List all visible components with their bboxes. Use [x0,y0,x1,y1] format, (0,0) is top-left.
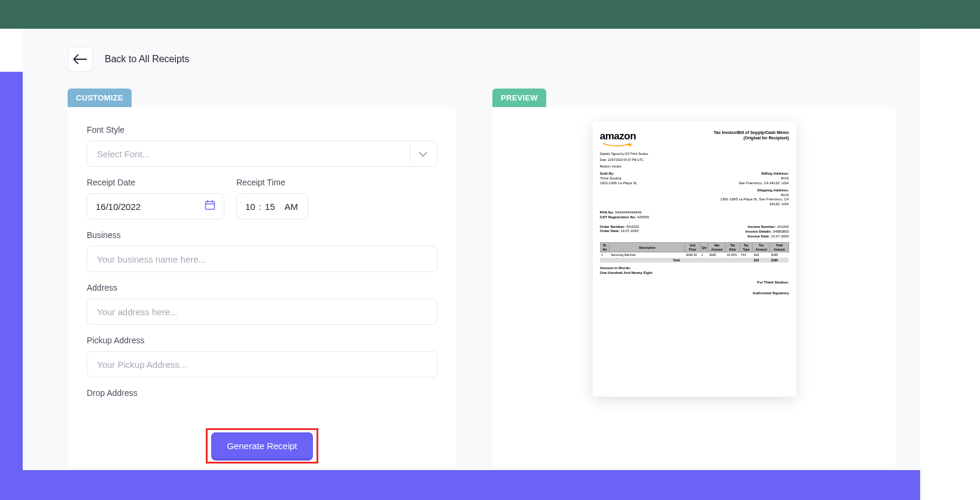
invoice-no-label: Invoice Number: [748,225,776,228]
receipt-date-value: 16/10/2022 [96,202,197,212]
sig-line-1: Digitally Signed by DS Think Studios [600,152,649,156]
ship-name: RON [720,193,789,198]
amazon-smile-icon [600,143,636,148]
auth-sig: Authorized Signatory [600,291,789,296]
business-label: Business [87,230,437,240]
table-row: 1 Samsung Machine $180.00 1 $180 10.00% … [600,252,789,258]
bill-name: RON [720,176,789,181]
generate-receipt-button[interactable]: Generate Receipt [211,432,313,459]
for-label: For Think Studios: [600,281,789,285]
time-ampm: AM [285,202,299,212]
gst-label: GST Registration No: [600,215,637,219]
app-canvas: Back to All Receipts CUSTOMIZE Font Styl… [23,29,920,470]
sold-by-label: Sold By: [600,172,638,176]
receipt-subtitle: (Original for Recipient) [714,135,789,141]
receipt-title: Tax Invoice/Bill of Supply/Cash Memo [714,130,789,135]
order-date: 13.07.2020 [620,229,638,233]
bill-addr: San Francisco, CA 94122, USA [720,181,789,186]
gst-val: 425355 [637,215,649,219]
pan-val: 94S9449494949 [615,211,641,214]
receipt-table: SL No Description Unit Price Qty Net Amo… [600,242,789,263]
table-total-row: Total $18 $198 [600,258,789,263]
invoice-det-label: Invoice Details: [745,230,772,233]
svg-rect-0 [206,202,215,209]
amount-words: One Hundred And Ninety Eight [600,271,789,276]
customize-tag: CUSTOMIZE [68,89,132,107]
ship-addr2: 94122, USA [720,202,789,207]
amount-words-label: Amount in Words: [600,266,789,271]
calendar-icon [205,200,215,213]
chevron-down-icon [419,148,427,159]
amazon-logo: amazon [600,130,649,143]
order-no: SA4222 [626,225,639,228]
pickup-address-input[interactable] [87,351,437,377]
font-placeholder: Select Font... [97,149,410,159]
back-label: Back to All Receipts [105,54,189,65]
seller-addr: 1301-1395 La Playa St, [600,181,638,186]
customize-card: Font Style Select Font... Receipt Date 1… [68,107,456,468]
pickup-address-label: Pickup Address [87,336,437,345]
invoice-det: 34883803 [773,230,789,233]
invoice-date: 13.07.2020 [771,234,789,238]
pan-label: PAN No: [600,211,614,214]
receipt-time-input[interactable]: 10 : 15 AM [236,193,308,219]
order-no-label: Order Number: [600,225,626,228]
business-input[interactable] [87,246,437,272]
drop-address-label: Drop Address [87,388,437,398]
time-min: 15 [265,202,275,212]
generate-highlight: Generate Receipt [206,428,318,464]
font-select[interactable]: Select Font... [87,141,437,167]
receipt-date-label: Receipt Date [87,178,224,187]
billing-label: Billing Address: [720,172,789,176]
receipt-time-label: Receipt Time [236,178,308,187]
ship-addr1: 1301-1395 La Playa St, San Francisco, CA [720,197,789,202]
sig-line-2: Date: 13/07/2020 04:37 PM UTC [600,158,649,162]
receipt-date-input[interactable]: 16/10/2022 [87,193,224,219]
invoice-no: 141242 [777,225,789,228]
address-input[interactable] [87,298,437,325]
font-style-label: Font Style [87,125,437,135]
receipt-preview: amazon Digitally Signed by DS Think Stud… [593,121,796,397]
sig-line-3: Reason: Invoice [600,164,649,169]
preview-tag: PREVIEW [492,89,546,107]
order-date-label: Order Date: [600,229,620,233]
invoice-date-label: Invoice Date: [747,234,769,238]
address-label: Address [87,283,437,292]
shipping-label: Shipping Address: [720,188,789,193]
back-button[interactable] [68,47,93,72]
time-hour: 10 [245,202,255,212]
seller-name: Think Studios [600,176,638,181]
preview-card: amazon Digitally Signed by DS Think Stud… [492,107,896,468]
footer-bar: Generate Receipt [68,426,456,468]
arrow-left-icon [74,54,87,64]
